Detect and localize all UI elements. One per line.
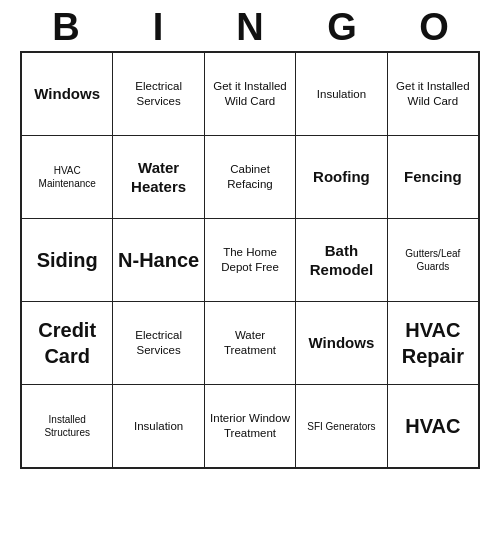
bingo-cell[interactable]: Electrical Services xyxy=(113,302,204,384)
letter-g: G xyxy=(302,6,382,49)
bingo-cell[interactable]: Cabinet Refacing xyxy=(205,136,296,218)
letter-n: N xyxy=(210,6,290,49)
bingo-cell[interactable]: Credit Card xyxy=(22,302,113,384)
bingo-cell[interactable]: Windows xyxy=(296,302,387,384)
bingo-cell[interactable]: Water Heaters xyxy=(113,136,204,218)
bingo-cell[interactable]: Roofing xyxy=(296,136,387,218)
bingo-cell[interactable]: Water Treatment xyxy=(205,302,296,384)
bingo-cell[interactable]: HVAC Maintenance xyxy=(22,136,113,218)
bingo-cell[interactable]: Get it Installed Wild Card xyxy=(205,53,296,135)
bingo-grid: WindowsElectrical ServicesGet it Install… xyxy=(20,51,480,469)
bingo-cell[interactable]: Interior Window Treatment xyxy=(205,385,296,467)
bingo-cell[interactable]: Insulation xyxy=(296,53,387,135)
bingo-cell[interactable]: Windows xyxy=(22,53,113,135)
letter-o: O xyxy=(394,6,474,49)
bingo-cell[interactable]: The Home Depot Free xyxy=(205,219,296,301)
bingo-cell[interactable]: Fencing xyxy=(388,136,478,218)
bingo-row: HVAC MaintenanceWater HeatersCabinet Ref… xyxy=(22,136,478,219)
bingo-cell[interactable]: Get it Installed Wild Card xyxy=(388,53,478,135)
bingo-cell[interactable]: Installed Structures xyxy=(22,385,113,467)
letter-b: B xyxy=(26,6,106,49)
bingo-cell[interactable]: Insulation xyxy=(113,385,204,467)
bingo-row: Installed StructuresInsulationInterior W… xyxy=(22,385,478,467)
bingo-cell[interactable]: HVAC Repair xyxy=(388,302,478,384)
letter-i: I xyxy=(118,6,198,49)
bingo-cell[interactable]: Siding xyxy=(22,219,113,301)
bingo-cell[interactable]: N-Hance xyxy=(113,219,204,301)
bingo-cell[interactable]: HVAC xyxy=(388,385,478,467)
bingo-row: Credit CardElectrical ServicesWater Trea… xyxy=(22,302,478,385)
bingo-header: B I N G O xyxy=(20,0,480,51)
bingo-cell[interactable]: Gutters/Leaf Guards xyxy=(388,219,478,301)
bingo-cell[interactable]: Electrical Services xyxy=(113,53,204,135)
bingo-cell[interactable]: Bath Remodel xyxy=(296,219,387,301)
bingo-cell[interactable]: SFI Generators xyxy=(296,385,387,467)
bingo-row: SidingN-HanceThe Home Depot FreeBath Rem… xyxy=(22,219,478,302)
bingo-row: WindowsElectrical ServicesGet it Install… xyxy=(22,53,478,136)
